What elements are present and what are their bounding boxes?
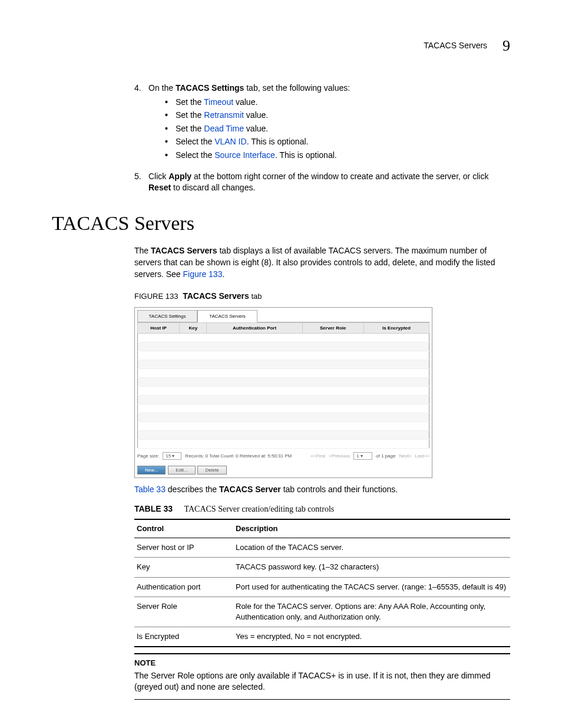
intro-paragraph: The TACACS Servers tab displays a list o… [134,245,510,280]
text: at the bottom right corner of the window… [191,172,488,181]
figure-link[interactable]: Figure 133 [183,269,222,279]
table-row[interactable] [138,413,429,422]
table-row[interactable] [138,387,429,396]
source-interface-link[interactable]: Source Interface [214,150,275,160]
table-title: TACACS Server creation/editing tab contr… [184,505,335,513]
table-row[interactable] [138,440,429,449]
cell: Location of the TACACS server. [233,538,510,558]
page-input[interactable]: 1 ▾ [353,452,372,460]
dead-time-link[interactable]: Dead Time [204,124,244,133]
retransmit-link[interactable]: Retransmit [204,110,244,120]
records-info: Records: 0 Total Count: 0 Retrieved at: … [185,453,292,459]
bullet-list: Set the Timeout value. Set the Retransmi… [165,97,510,162]
table-row[interactable] [138,404,429,413]
delete-button[interactable]: Delete [197,466,226,475]
pager: Page size: 15 ▾ Records: 0 Total Count: … [137,452,429,460]
text: The [134,246,151,255]
table-row[interactable] [138,422,429,431]
text: describes the [166,485,219,494]
tab-filler [257,310,429,322]
figure-caption: FIGURE 133 TACACS Servers tab [134,291,510,302]
bold-text: TACACS Settings [176,83,244,93]
table-row[interactable] [138,360,429,369]
table-row: Server RoleRole for the TACACS server. O… [134,597,510,627]
text: . This is optional. [247,137,309,146]
table-row: Authentication portPort used for authent… [134,577,510,597]
page-of-label: of 1 page [376,453,395,459]
table-row[interactable] [138,351,429,360]
timeout-link[interactable]: Timeout [204,97,233,107]
text: tab [249,292,262,301]
table-row[interactable] [138,378,429,387]
cell: Authentication port [134,577,233,597]
table-row[interactable] [138,431,429,440]
step-number: 4. [134,83,148,166]
tab-tacacs-settings[interactable]: TACACS Settings [137,310,197,322]
text: value. [244,124,268,133]
table-row[interactable] [138,334,429,342]
cell: Port used for authenticating the TACACS … [233,577,510,597]
table-caption: TABLE 33 TACACS Server creation/editing … [134,503,510,515]
table-row: Is EncryptedYes = encrypted, No = not en… [134,627,510,647]
text: Set the [176,124,204,133]
chapter-number: 9 [503,35,510,57]
figure-label: FIGURE 133 [134,292,178,301]
col-server-role[interactable]: Server Role [302,322,363,333]
text: Click [148,172,168,181]
cell: Yes = encrypted, No = not encrypted. [233,627,510,647]
col-host-ip[interactable]: Host IP [138,322,180,333]
table-row[interactable] [138,396,429,404]
text: On the [148,83,176,93]
cell: Server Role [134,597,233,627]
text: Set the [176,97,204,107]
figure-title: TACACS Servers [183,291,249,301]
section-heading: TACACS Servers [52,209,510,238]
procedure-steps: 4. On the TACACS Settings tab, set the f… [134,83,510,194]
th-control: Control [134,519,233,538]
table-link[interactable]: Table 33 [134,485,166,494]
cell: Key [134,558,233,577]
pager-next[interactable]: Next> [399,453,411,459]
table-row[interactable] [138,342,429,351]
cell: TACACS password key. (1–32 characters) [233,558,510,577]
table-row[interactable] [138,369,429,378]
text: value. [233,97,257,107]
text: tab controls and their functions. [281,485,398,494]
note-body: The Server Role options are only availab… [134,670,510,693]
text: to discard all changes. [171,183,255,192]
note-title: NOTE [134,658,510,668]
figure-screenshot: TACACS Settings TACACS Servers Host IP K… [134,307,432,478]
after-figure-paragraph: Table 33 describes the TACACS Server tab… [134,484,510,496]
table-row: Server host or IPLocation of the TACACS … [134,538,510,558]
vlan-id-link[interactable]: VLAN ID [214,137,246,146]
cell: Role for the TACACS server. Options are:… [233,597,510,627]
col-auth-port[interactable]: Authentication Port [207,322,302,333]
controls-table: Control Description Server host or IPLoc… [134,519,510,647]
text: value. [244,110,268,120]
text: Select the [176,150,214,160]
col-key[interactable]: Key [180,322,207,333]
pager-last[interactable]: Last>> [415,453,429,459]
text: Set the [176,110,204,120]
bold-text: TACACS Server [219,485,281,494]
edit-button[interactable]: Edit... [168,466,195,475]
pager-prev[interactable]: <Previous [329,453,350,459]
tab-tacacs-servers[interactable]: TACACS Servers [197,310,257,322]
step-text: On the TACACS Settings tab, set the foll… [148,83,350,93]
step-number: 5. [134,171,148,194]
bold-text: Reset [148,183,171,192]
bold-text: TACACS Servers [151,246,217,255]
pager-first[interactable]: <<First [310,453,325,459]
note-block: NOTE The Server Role options are only av… [134,653,510,699]
col-is-encrypted[interactable]: Is Encrypted [363,322,429,333]
page-size-select[interactable]: 15 ▾ [163,452,181,460]
table-label: TABLE 33 [134,504,173,513]
page-header: TACACS Servers 9 [424,35,510,57]
running-title: TACACS Servers [424,40,487,52]
new-button[interactable]: New... [137,466,166,475]
th-description: Description [233,519,510,538]
bold-text: Apply [168,172,191,181]
table-row: KeyTACACS password key. (1–32 characters… [134,558,510,577]
cell: Server host or IP [134,538,233,558]
text: Select the [176,137,214,146]
